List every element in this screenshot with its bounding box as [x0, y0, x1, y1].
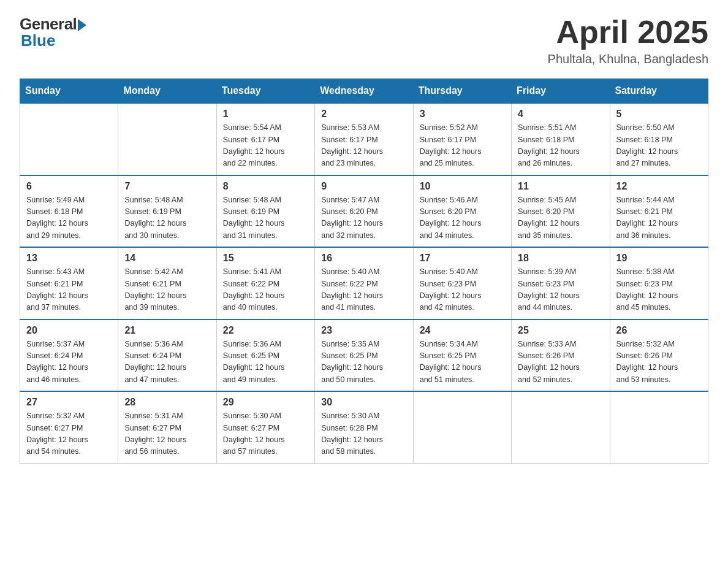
day-info: Sunrise: 5:40 AMSunset: 6:23 PMDaylight:… — [420, 266, 505, 314]
day-number: 28 — [124, 397, 210, 408]
day-info: Sunrise: 5:46 AMSunset: 6:20 PMDaylight:… — [420, 194, 505, 242]
calendar-cell: 30Sunrise: 5:30 AMSunset: 6:28 PMDayligh… — [315, 391, 413, 463]
calendar-week-row: 27Sunrise: 5:32 AMSunset: 6:27 PMDayligh… — [20, 391, 708, 463]
calendar-header: SundayMondayTuesdayWednesdayThursdayFrid… — [20, 79, 708, 104]
calendar-cell — [610, 391, 708, 463]
day-info: Sunrise: 5:43 AMSunset: 6:21 PMDaylight:… — [26, 266, 112, 314]
day-info: Sunrise: 5:39 AMSunset: 6:23 PMDaylight:… — [518, 266, 603, 314]
calendar-table: SundayMondayTuesdayWednesdayThursdayFrid… — [20, 79, 708, 464]
day-info: Sunrise: 5:51 AMSunset: 6:18 PMDaylight:… — [518, 122, 603, 170]
day-number: 21 — [124, 325, 210, 336]
day-info: Sunrise: 5:32 AMSunset: 6:27 PMDaylight:… — [26, 410, 112, 458]
day-info: Sunrise: 5:45 AMSunset: 6:20 PMDaylight:… — [518, 194, 603, 242]
day-number: 27 — [26, 397, 112, 408]
calendar-cell — [118, 103, 216, 175]
calendar-cell: 13Sunrise: 5:43 AMSunset: 6:21 PMDayligh… — [20, 247, 118, 320]
calendar-week-row: 20Sunrise: 5:37 AMSunset: 6:24 PMDayligh… — [20, 320, 708, 392]
calendar-cell — [413, 391, 511, 463]
day-info: Sunrise: 5:36 AMSunset: 6:25 PMDaylight:… — [223, 339, 308, 386]
day-number: 23 — [321, 325, 406, 336]
day-number: 9 — [321, 181, 406, 192]
weekday-header-row: SundayMondayTuesdayWednesdayThursdayFrid… — [20, 79, 708, 104]
day-number: 3 — [420, 109, 505, 120]
calendar-cell: 22Sunrise: 5:36 AMSunset: 6:25 PMDayligh… — [216, 320, 314, 392]
calendar-cell: 12Sunrise: 5:44 AMSunset: 6:21 PMDayligh… — [610, 175, 708, 248]
day-info: Sunrise: 5:41 AMSunset: 6:22 PMDaylight:… — [223, 266, 308, 314]
weekday-header-sunday: Sunday — [20, 79, 118, 104]
day-number: 15 — [223, 253, 308, 264]
calendar-cell: 16Sunrise: 5:40 AMSunset: 6:22 PMDayligh… — [315, 247, 413, 320]
day-number: 6 — [26, 181, 112, 192]
day-info: Sunrise: 5:30 AMSunset: 6:28 PMDaylight:… — [321, 410, 406, 458]
calendar-cell: 3Sunrise: 5:52 AMSunset: 6:17 PMDaylight… — [413, 103, 511, 175]
day-number: 20 — [26, 325, 112, 336]
day-info: Sunrise: 5:52 AMSunset: 6:17 PMDaylight:… — [420, 122, 505, 170]
calendar-cell: 21Sunrise: 5:36 AMSunset: 6:24 PMDayligh… — [118, 320, 216, 392]
calendar-cell: 25Sunrise: 5:33 AMSunset: 6:26 PMDayligh… — [512, 320, 610, 392]
calendar-cell: 29Sunrise: 5:30 AMSunset: 6:27 PMDayligh… — [216, 391, 314, 463]
day-number: 14 — [124, 253, 210, 264]
day-number: 13 — [26, 253, 112, 264]
calendar-cell: 10Sunrise: 5:46 AMSunset: 6:20 PMDayligh… — [413, 175, 511, 248]
calendar-cell: 4Sunrise: 5:51 AMSunset: 6:18 PMDaylight… — [512, 103, 610, 175]
calendar-cell: 7Sunrise: 5:48 AMSunset: 6:19 PMDaylight… — [118, 175, 216, 248]
day-number: 7 — [124, 181, 210, 192]
calendar-cell — [512, 391, 610, 463]
day-info: Sunrise: 5:33 AMSunset: 6:26 PMDaylight:… — [518, 339, 603, 386]
day-number: 24 — [420, 325, 505, 336]
weekday-header-tuesday: Tuesday — [216, 79, 314, 104]
calendar-cell: 9Sunrise: 5:47 AMSunset: 6:20 PMDaylight… — [315, 175, 413, 248]
day-number: 2 — [321, 109, 406, 120]
calendar-cell: 1Sunrise: 5:54 AMSunset: 6:17 PMDaylight… — [216, 103, 314, 175]
day-info: Sunrise: 5:49 AMSunset: 6:18 PMDaylight:… — [26, 194, 112, 242]
calendar-cell: 24Sunrise: 5:34 AMSunset: 6:25 PMDayligh… — [413, 320, 511, 392]
calendar-location: Phultala, Khulna, Bangladesh — [548, 52, 708, 66]
day-info: Sunrise: 5:32 AMSunset: 6:26 PMDaylight:… — [616, 339, 702, 386]
day-number: 16 — [321, 253, 406, 264]
day-info: Sunrise: 5:54 AMSunset: 6:17 PMDaylight:… — [223, 122, 308, 170]
calendar-cell: 8Sunrise: 5:48 AMSunset: 6:19 PMDaylight… — [216, 175, 314, 248]
calendar-week-row: 6Sunrise: 5:49 AMSunset: 6:18 PMDaylight… — [20, 175, 708, 248]
day-info: Sunrise: 5:48 AMSunset: 6:19 PMDaylight:… — [223, 194, 308, 242]
day-info: Sunrise: 5:50 AMSunset: 6:18 PMDaylight:… — [616, 122, 702, 170]
day-number: 12 — [616, 181, 702, 192]
weekday-header-wednesday: Wednesday — [315, 79, 413, 104]
day-info: Sunrise: 5:38 AMSunset: 6:23 PMDaylight:… — [616, 266, 702, 314]
calendar-cell: 6Sunrise: 5:49 AMSunset: 6:18 PMDaylight… — [20, 175, 118, 248]
day-info: Sunrise: 5:36 AMSunset: 6:24 PMDaylight:… — [124, 339, 210, 386]
calendar-cell — [20, 103, 118, 175]
day-info: Sunrise: 5:47 AMSunset: 6:20 PMDaylight:… — [321, 194, 406, 242]
day-number: 10 — [420, 181, 505, 192]
calendar-cell: 5Sunrise: 5:50 AMSunset: 6:18 PMDaylight… — [610, 103, 708, 175]
day-info: Sunrise: 5:31 AMSunset: 6:27 PMDaylight:… — [124, 410, 210, 458]
calendar-cell: 19Sunrise: 5:38 AMSunset: 6:23 PMDayligh… — [610, 247, 708, 320]
day-number: 5 — [616, 109, 702, 120]
calendar-title: April 2025 — [548, 15, 708, 50]
day-number: 26 — [616, 325, 702, 336]
calendar-cell: 20Sunrise: 5:37 AMSunset: 6:24 PMDayligh… — [20, 320, 118, 392]
calendar-cell: 2Sunrise: 5:53 AMSunset: 6:17 PMDaylight… — [315, 103, 413, 175]
calendar-cell: 17Sunrise: 5:40 AMSunset: 6:23 PMDayligh… — [413, 247, 511, 320]
day-info: Sunrise: 5:35 AMSunset: 6:25 PMDaylight:… — [321, 339, 406, 386]
weekday-header-saturday: Saturday — [610, 79, 708, 104]
weekday-header-monday: Monday — [118, 79, 216, 104]
logo-triangle-icon — [78, 19, 86, 31]
day-number: 4 — [518, 109, 603, 120]
day-number: 1 — [223, 109, 308, 120]
calendar-cell: 28Sunrise: 5:31 AMSunset: 6:27 PMDayligh… — [118, 391, 216, 463]
day-info: Sunrise: 5:40 AMSunset: 6:22 PMDaylight:… — [321, 266, 406, 314]
calendar-cell: 26Sunrise: 5:32 AMSunset: 6:26 PMDayligh… — [610, 320, 708, 392]
weekday-header-thursday: Thursday — [413, 79, 511, 104]
day-number: 25 — [518, 325, 603, 336]
day-info: Sunrise: 5:44 AMSunset: 6:21 PMDaylight:… — [616, 194, 702, 242]
calendar-cell: 23Sunrise: 5:35 AMSunset: 6:25 PMDayligh… — [315, 320, 413, 392]
day-number: 11 — [518, 181, 603, 192]
calendar-cell: 27Sunrise: 5:32 AMSunset: 6:27 PMDayligh… — [20, 391, 118, 463]
day-info: Sunrise: 5:42 AMSunset: 6:21 PMDaylight:… — [124, 266, 210, 314]
day-info: Sunrise: 5:53 AMSunset: 6:17 PMDaylight:… — [321, 122, 406, 170]
day-number: 19 — [616, 253, 702, 264]
title-block: April 2025 Phultala, Khulna, Bangladesh — [548, 15, 708, 66]
day-info: Sunrise: 5:34 AMSunset: 6:25 PMDaylight:… — [420, 339, 505, 386]
day-number: 30 — [321, 397, 406, 408]
calendar-body: 1Sunrise: 5:54 AMSunset: 6:17 PMDaylight… — [20, 103, 708, 463]
